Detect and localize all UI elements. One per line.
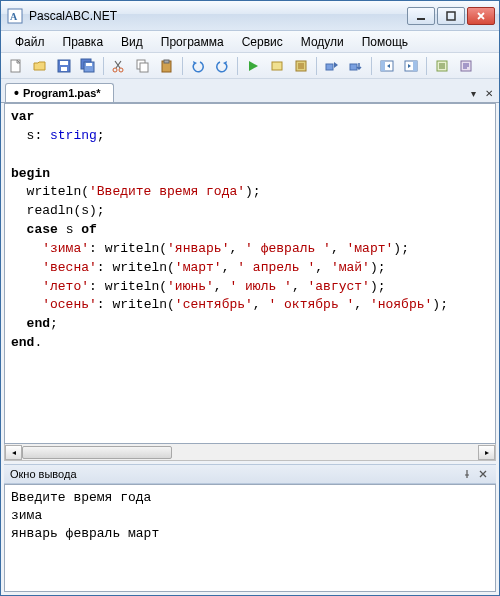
- help-button[interactable]: [455, 55, 477, 77]
- svg-rect-7: [61, 67, 67, 71]
- svg-rect-16: [164, 60, 169, 63]
- options-button[interactable]: [431, 55, 453, 77]
- cut-button[interactable]: [108, 55, 130, 77]
- modified-indicator: •: [14, 89, 19, 97]
- tabbar: • Program1.pas* ▾ ✕: [1, 79, 499, 103]
- close-button[interactable]: [467, 7, 495, 25]
- step-over-button[interactable]: [321, 55, 343, 77]
- tab-program1[interactable]: • Program1.pas*: [5, 83, 114, 102]
- svg-point-11: [113, 68, 117, 72]
- maximize-button[interactable]: [437, 7, 465, 25]
- toolbar-separator: [182, 57, 183, 75]
- output-panel-header[interactable]: Окно вывода: [4, 464, 496, 484]
- menu-modules[interactable]: Модули: [293, 33, 352, 51]
- save-button[interactable]: [53, 55, 75, 77]
- tab-dropdown-button[interactable]: ▾: [467, 87, 479, 99]
- scroll-thumb[interactable]: [22, 446, 172, 459]
- code-content[interactable]: var s: string; begin writeln('Введите вр…: [5, 104, 495, 357]
- run-button[interactable]: [242, 55, 264, 77]
- svg-rect-17: [272, 62, 282, 70]
- editor-area: var s: string; begin writeln('Введите вр…: [1, 103, 499, 461]
- minimize-button[interactable]: [407, 7, 435, 25]
- svg-rect-21: [350, 64, 357, 70]
- scroll-track[interactable]: [22, 445, 478, 460]
- toggle-panel-right-button[interactable]: [400, 55, 422, 77]
- scroll-right-button[interactable]: ▸: [478, 445, 495, 460]
- compile-button[interactable]: [290, 55, 312, 77]
- undo-button[interactable]: [187, 55, 209, 77]
- svg-text:A: A: [10, 11, 18, 22]
- tab-close-button[interactable]: ✕: [483, 87, 495, 99]
- menu-edit[interactable]: Правка: [55, 33, 112, 51]
- app-icon: A: [7, 8, 23, 24]
- redo-button[interactable]: [211, 55, 233, 77]
- output-panel[interactable]: Введите время года зима январь февраль м…: [4, 484, 496, 592]
- step-into-button[interactable]: [345, 55, 367, 77]
- app-window: A PascalABC.NET Файл Правка Вид Программ…: [0, 0, 500, 596]
- toolbar-separator: [426, 57, 427, 75]
- svg-point-12: [119, 68, 123, 72]
- svg-rect-20: [326, 64, 333, 70]
- horizontal-scrollbar[interactable]: ◂ ▸: [4, 444, 496, 461]
- tab-label: Program1.pas*: [23, 87, 101, 99]
- toolbar: [1, 53, 499, 79]
- code-editor[interactable]: var s: string; begin writeln('Введите вр…: [4, 103, 496, 444]
- toolbar-separator: [237, 57, 238, 75]
- scroll-left-button[interactable]: ◂: [5, 445, 22, 460]
- titlebar[interactable]: A PascalABC.NET: [1, 1, 499, 31]
- menu-file[interactable]: Файл: [7, 33, 53, 51]
- toolbar-separator: [371, 57, 372, 75]
- output-panel-title: Окно вывода: [10, 468, 77, 480]
- menu-view[interactable]: Вид: [113, 33, 151, 51]
- toolbar-separator: [103, 57, 104, 75]
- svg-rect-2: [417, 18, 425, 20]
- new-file-button[interactable]: [5, 55, 27, 77]
- pin-icon[interactable]: [460, 467, 474, 481]
- menu-service[interactable]: Сервис: [234, 33, 291, 51]
- toolbar-separator: [316, 57, 317, 75]
- toggle-panel-left-button[interactable]: [376, 55, 398, 77]
- svg-rect-25: [413, 61, 417, 71]
- paste-button[interactable]: [156, 55, 178, 77]
- window-title: PascalABC.NET: [29, 9, 407, 23]
- svg-rect-14: [140, 63, 148, 72]
- menubar: Файл Правка Вид Программа Сервис Модули …: [1, 31, 499, 53]
- open-file-button[interactable]: [29, 55, 51, 77]
- menu-program[interactable]: Программа: [153, 33, 232, 51]
- svg-rect-3: [447, 12, 455, 20]
- svg-rect-23: [381, 61, 385, 71]
- copy-button[interactable]: [132, 55, 154, 77]
- menu-help[interactable]: Помощь: [354, 33, 416, 51]
- save-all-button[interactable]: [77, 55, 99, 77]
- svg-rect-19: [298, 63, 304, 69]
- svg-rect-10: [86, 63, 92, 66]
- output-text: Введите время года зима январь февраль м…: [5, 485, 495, 548]
- svg-rect-6: [60, 61, 68, 65]
- run-no-debug-button[interactable]: [266, 55, 288, 77]
- close-panel-icon[interactable]: [476, 467, 490, 481]
